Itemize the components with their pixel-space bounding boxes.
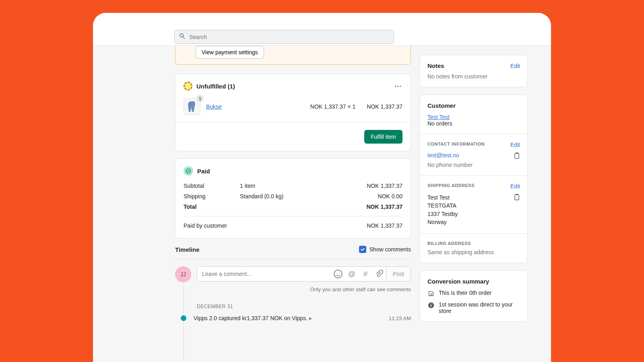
shipping-address: Test Test TESTGATA 1337 Testby Norway bbox=[427, 193, 458, 226]
search-icon bbox=[179, 33, 186, 41]
mention-icon[interactable]: @ bbox=[347, 269, 357, 279]
caret-right-icon[interactable]: ▸ bbox=[309, 315, 312, 321]
notes-title: Notes bbox=[427, 62, 444, 69]
paid-title: Paid bbox=[197, 168, 210, 175]
customer-email[interactable]: test@test.no bbox=[427, 152, 459, 158]
svg-rect-4 bbox=[515, 153, 519, 158]
notes-body: No notes from customer bbox=[427, 73, 520, 80]
hashtag-icon[interactable]: # bbox=[360, 269, 371, 279]
billing-address-label: BILLING ADDRESS bbox=[427, 241, 520, 246]
shipping-row: Shipping Standard (0.0 kg) NOK 0.00 bbox=[184, 191, 402, 202]
total-value: NOK 1,337.37 bbox=[367, 204, 403, 210]
timeline-section: Timeline Show comments JJ bbox=[175, 246, 411, 321]
timeline-line bbox=[183, 283, 184, 362]
unit-price: NOK 1,337.37 × 1 bbox=[310, 103, 355, 110]
search-field[interactable] bbox=[174, 30, 394, 44]
timeline-event: Vipps 2.0 captured kr1,337.37 NOK on Vip… bbox=[181, 315, 411, 321]
line-total: NOK 1,337.37 bbox=[367, 103, 402, 110]
customer-title: Customer bbox=[427, 102, 456, 109]
svg-rect-7 bbox=[516, 194, 518, 195]
notes-edit-link[interactable]: Edit bbox=[510, 63, 520, 69]
customer-name-link[interactable]: Test Test bbox=[427, 114, 450, 120]
svg-rect-5 bbox=[516, 152, 518, 154]
attachment-icon[interactable] bbox=[374, 269, 384, 279]
payment-settings-banner: View payment settings bbox=[175, 46, 411, 65]
conversion-title: Conversion summary bbox=[427, 278, 520, 285]
customer-orders: No orders bbox=[427, 120, 520, 127]
svg-rect-9 bbox=[431, 305, 431, 307]
conversion-card: Conversion summary This is their 0th ord… bbox=[420, 270, 528, 322]
billing-address-body: Same as shipping address bbox=[427, 249, 520, 255]
more-actions-button[interactable] bbox=[393, 81, 402, 91]
orders-icon bbox=[427, 290, 435, 297]
avatar: JJ bbox=[175, 266, 191, 282]
paid-by-customer-row: Paid by customer NOK 1,337.37 bbox=[184, 220, 402, 231]
timeline-hint: Only you and other staff can see comment… bbox=[175, 286, 411, 292]
app-window: View payment settings Unfulfilled (1) bbox=[93, 13, 551, 362]
timeline-event-text: Vipps 2.0 captured kr1,337.37 NOK on Vip… bbox=[194, 315, 308, 321]
qty-badge: 1 bbox=[196, 95, 204, 102]
svg-point-2 bbox=[336, 273, 337, 274]
subtotal-items: 1 item bbox=[240, 183, 367, 189]
product-link[interactable]: Bukse bbox=[206, 103, 305, 110]
comment-box[interactable]: @ # Post bbox=[197, 266, 411, 282]
timeline-title: Timeline bbox=[175, 246, 200, 253]
total-label: Total bbox=[184, 204, 240, 210]
search-input[interactable] bbox=[189, 34, 390, 40]
paid-card: Paid Subtotal 1 item NOK 1,337.37 Shippi… bbox=[175, 158, 411, 239]
notes-card: Notes Edit No notes from customer bbox=[420, 55, 528, 87]
timeline-event-time: 11:23 AM bbox=[389, 315, 411, 321]
unfulfilled-card: Unfulfilled (1) 1 Bukse NO bbox=[175, 74, 411, 151]
paid-by-label: Paid by customer bbox=[184, 222, 367, 229]
emoji-icon[interactable] bbox=[333, 269, 343, 279]
svg-rect-6 bbox=[515, 195, 519, 200]
top-bar bbox=[93, 13, 551, 46]
comment-input[interactable] bbox=[197, 267, 331, 281]
contact-edit-link[interactable]: Edit bbox=[510, 142, 520, 148]
contact-info-label: CONTACT INFORMATION bbox=[427, 142, 485, 146]
shipping-address-label: SHIPPING ADDRESS bbox=[427, 183, 475, 188]
conversion-line-2: 1st session was direct to your store bbox=[439, 301, 520, 314]
paid-by-value: NOK 1,337.37 bbox=[367, 222, 402, 229]
fulfill-item-button[interactable]: Fulfill item bbox=[364, 130, 402, 144]
svg-point-3 bbox=[339, 273, 340, 274]
show-comments-toggle[interactable]: Show comments bbox=[359, 246, 411, 253]
customer-card: Customer Test Test No orders CONTACT INF… bbox=[420, 95, 528, 263]
svg-point-10 bbox=[431, 304, 431, 304]
subtotal-label: Subtotal bbox=[184, 183, 240, 189]
view-payment-settings-button[interactable]: View payment settings bbox=[196, 46, 264, 59]
timeline-date: DECEMBER 31 bbox=[197, 304, 411, 309]
clipboard-icon[interactable] bbox=[514, 193, 520, 201]
total-row: Total NOK 1,337.37 bbox=[184, 202, 402, 212]
clipboard-icon[interactable] bbox=[514, 152, 520, 159]
info-icon bbox=[427, 302, 435, 309]
customer-phone: No phone number bbox=[427, 162, 520, 168]
subtotal-row: Subtotal 1 item NOK 1,337.37 bbox=[184, 181, 402, 191]
unfulfilled-status-icon bbox=[184, 82, 192, 90]
conversion-line-1: This is their 0th order bbox=[439, 290, 492, 296]
content-area: View payment settings Unfulfilled (1) bbox=[175, 46, 551, 362]
checkbox-checked-icon bbox=[359, 246, 366, 253]
unfulfilled-title: Unfulfilled (1) bbox=[196, 83, 235, 90]
show-comments-label: Show comments bbox=[369, 246, 411, 253]
shipping-value: NOK 0.00 bbox=[378, 193, 402, 200]
shipping-edit-link[interactable]: Edit bbox=[510, 183, 520, 189]
subtotal-value: NOK 1,337.37 bbox=[367, 183, 402, 189]
shipping-method: Standard (0.0 kg) bbox=[240, 193, 378, 200]
paid-status-icon bbox=[184, 166, 193, 176]
post-button[interactable]: Post bbox=[386, 267, 411, 281]
svg-point-1 bbox=[334, 270, 342, 278]
shipping-label: Shipping bbox=[184, 193, 240, 200]
timeline-dot-icon bbox=[181, 315, 186, 321]
line-item: 1 Bukse NOK 1,337.37 × 1 NOK 1,337.37 bbox=[175, 96, 411, 122]
